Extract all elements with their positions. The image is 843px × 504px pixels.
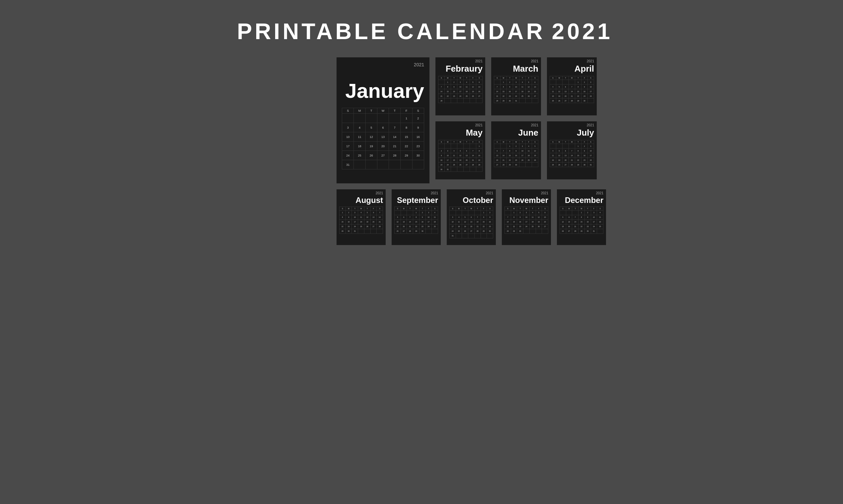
november-year: 2021 <box>504 191 548 195</box>
september-grid: SMTWTFS123456789101112131415161718192021… <box>394 206 438 234</box>
page-title: PRINTABLE CALENDAR2021 <box>230 18 613 44</box>
december-month: December <box>560 196 603 205</box>
december-year: 2021 <box>560 191 603 195</box>
row-1: 2021 January S M T W T F S <box>337 57 597 183</box>
may-grid: SMTWTFS123456789101112131415161718192021… <box>438 140 483 172</box>
july-grid: SMTWTFS123456789101112131415161718192021… <box>550 140 594 167</box>
december-grid: SMTWTFS123456789101112131415161718192021… <box>560 206 603 234</box>
calendar-august: 2021 August SMTWTFS123456789101112131415… <box>337 189 386 245</box>
february-year: 2021 <box>438 59 483 63</box>
calendar-june: 2021 June SMTWTFS12345678910111213141516… <box>491 121 541 179</box>
col-feb-april: 2021 Febraury SMTWTFS1234567891011121314… <box>435 57 597 179</box>
july-month: July <box>550 128 594 138</box>
january-grid: S M T W T F S 12345678910111213141516171… <box>342 108 424 169</box>
august-grid: SMTWTFS123456789101112131415161718192021… <box>339 206 383 234</box>
october-month: October <box>449 196 493 205</box>
calendar-september: 2021 September SMTWTFS123456789101112131… <box>392 189 441 245</box>
may-year: 2021 <box>438 123 483 127</box>
march-year: 2021 <box>494 59 538 63</box>
november-grid: SMTWTFS123456789101112131415161718192021… <box>504 206 548 234</box>
april-grid: SMTWTFS123456789101112131415161718192021… <box>550 76 594 103</box>
november-month: November <box>504 196 548 205</box>
calendar-november: 2021 November SMTWTFS1234567891011121314… <box>502 189 551 245</box>
september-month: September <box>394 196 438 205</box>
april-year: 2021 <box>550 59 594 63</box>
row-aug-dec: 2021 August SMTWTFS123456789101112131415… <box>337 189 606 245</box>
january-year: 2021 <box>342 62 424 67</box>
february-month: Febraury <box>438 64 483 74</box>
calendar-january: 2021 January S M T W T F S <box>337 57 429 183</box>
row-may-july: 2021 May SMTWTFS123456789101112131415161… <box>435 121 597 179</box>
august-month: August <box>339 196 383 205</box>
june-year: 2021 <box>494 123 538 127</box>
calendar-may: 2021 May SMTWTFS123456789101112131415161… <box>435 121 485 179</box>
february-grid: SMTWTFS123456789101112131415161718192021… <box>438 76 483 103</box>
calendar-december: 2021 December SMTWTFS1234567891011121314… <box>557 189 606 245</box>
august-year: 2021 <box>339 191 383 195</box>
calendar-april: 2021 April SMTWTFS1234567891011121314151… <box>547 57 597 115</box>
row-feb-april: 2021 Febraury SMTWTFS1234567891011121314… <box>435 57 597 115</box>
calendar-march: 2021 March SMTWTFS1234567891011121314151… <box>491 57 541 115</box>
calendar-february: 2021 Febraury SMTWTFS1234567891011121314… <box>435 57 485 115</box>
march-grid: SMTWTFS123456789101112131415161718192021… <box>494 76 538 103</box>
september-year: 2021 <box>394 191 438 195</box>
april-month: April <box>550 64 594 74</box>
may-month: May <box>438 128 483 138</box>
march-month: March <box>494 64 538 74</box>
june-grid: SMTWTFS123456789101112131415161718192021… <box>494 140 538 167</box>
june-month: June <box>494 128 538 138</box>
calendars-container: 2021 January S M T W T F S <box>237 57 606 245</box>
october-grid: SMTWTFS123456789101112131415161718192021… <box>449 206 493 238</box>
october-year: 2021 <box>449 191 493 195</box>
calendar-july: 2021 July SMTWTFS12345678910111213141516… <box>547 121 597 179</box>
january-month: January <box>342 80 424 101</box>
july-year: 2021 <box>550 123 594 127</box>
calendar-october: 2021 October SMTWTFS12345678910111213141… <box>447 189 496 245</box>
